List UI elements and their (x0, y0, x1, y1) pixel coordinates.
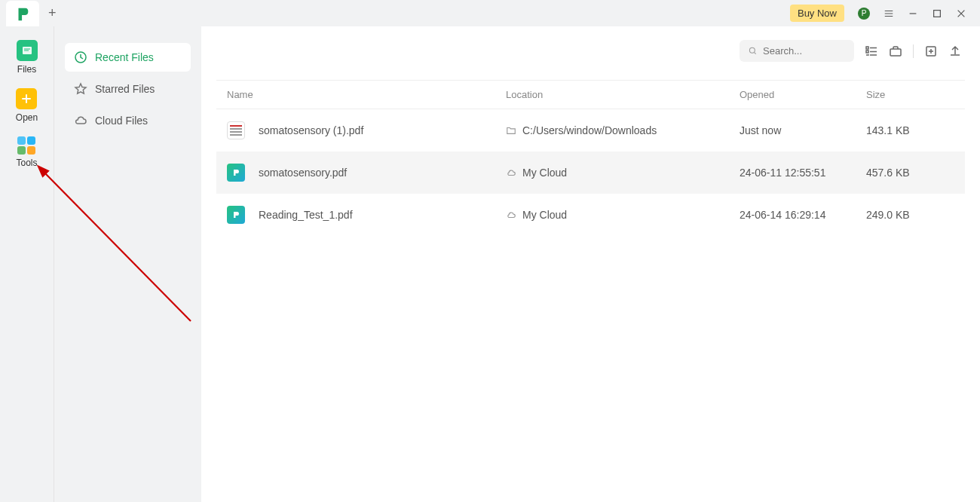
file-opened: 24-06-11 12:55:51 (740, 167, 866, 179)
col-location[interactable]: Location (506, 89, 740, 100)
cloud-icon (74, 114, 87, 127)
sidebar-item-label: Tools (16, 158, 37, 168)
upload-icon[interactable] (948, 44, 962, 58)
briefcase-icon[interactable] (889, 44, 902, 58)
svg-rect-4 (866, 47, 868, 49)
file-name: somatosensory (1).pdf (259, 124, 363, 136)
files-icon (17, 40, 38, 61)
svg-rect-6 (890, 49, 901, 56)
open-icon (16, 88, 37, 109)
toolbar (216, 40, 965, 80)
close-icon[interactable] (956, 8, 966, 19)
menu-icon[interactable] (884, 8, 894, 19)
file-name: somatosensory.pdf (259, 167, 347, 179)
add-tab-button[interactable]: + (48, 5, 57, 21)
nav-label: Starred Files (95, 83, 155, 95)
nav-cloud-files[interactable]: Cloud Files (65, 106, 191, 135)
file-size: 249.0 KB (866, 209, 954, 221)
table-body: somatosensory (1).pdfC:/Users/window/Dow… (216, 109, 965, 236)
svg-rect-0 (934, 10, 941, 17)
user-avatar[interactable]: P (858, 8, 870, 20)
nav-recent-files[interactable]: Recent Files (65, 43, 191, 72)
nav-label: Recent Files (95, 51, 154, 63)
tools-icon (17, 136, 35, 155)
col-name[interactable]: Name (227, 89, 506, 100)
table-row[interactable]: somatosensory.pdfMy Cloud24-06-11 12:55:… (216, 152, 965, 194)
file-location: My Cloud (522, 167, 567, 179)
app-file-icon (227, 206, 245, 224)
app-file-icon (227, 164, 245, 182)
list-view-icon[interactable] (865, 44, 878, 58)
file-size: 143.1 KB (866, 124, 954, 136)
search-icon (749, 46, 757, 56)
sidebar-item-files[interactable]: Files (17, 40, 38, 75)
clock-icon (74, 51, 87, 64)
file-location: C:/Users/window/Downloads (522, 124, 657, 136)
sidebar-secondary: Recent Files Starred Files Cloud Files (54, 26, 201, 502)
file-size: 457.6 KB (866, 167, 954, 179)
svg-point-3 (749, 47, 755, 53)
table-row[interactable]: somatosensory (1).pdfC:/Users/window/Dow… (216, 109, 965, 152)
titlebar: + Buy Now P (0, 0, 980, 26)
nav-label: Cloud Files (95, 115, 148, 127)
active-tab[interactable] (6, 1, 39, 27)
table-row[interactable]: Reading_Test_1.pdfMy Cloud24-06-14 16:29… (216, 194, 965, 236)
file-location: My Cloud (522, 209, 567, 221)
sidebar-item-tools[interactable]: Tools (16, 136, 37, 168)
cloud-icon (506, 210, 516, 220)
sidebar-primary: Files Open Tools (0, 26, 54, 502)
maximize-icon[interactable] (932, 8, 942, 19)
col-opened[interactable]: Opened (740, 89, 866, 100)
nav-starred-files[interactable]: Starred Files (65, 75, 191, 103)
search-input[interactable] (763, 45, 845, 57)
star-icon (74, 82, 87, 96)
sidebar-item-label: Open (16, 112, 38, 123)
search-box[interactable] (740, 40, 854, 62)
col-size[interactable]: Size (866, 89, 954, 100)
svg-rect-5 (866, 51, 868, 53)
document-thumbnail-icon (227, 121, 245, 139)
new-file-icon[interactable] (924, 44, 938, 58)
app-logo-icon (14, 6, 31, 23)
file-opened: Just now (740, 124, 866, 136)
folder-icon (506, 125, 516, 136)
buy-now-button[interactable]: Buy Now (790, 5, 844, 22)
file-name: Reading_Test_1.pdf (259, 209, 353, 221)
main-content: Name Location Opened Size somatosensory … (201, 26, 980, 502)
toolbar-divider (913, 44, 914, 58)
sidebar-item-open[interactable]: Open (16, 88, 38, 123)
minimize-icon[interactable] (908, 8, 918, 19)
cloud-icon (506, 167, 516, 178)
sidebar-item-label: Files (17, 64, 36, 75)
file-opened: 24-06-14 16:29:14 (740, 209, 866, 221)
table-header: Name Location Opened Size (216, 80, 965, 109)
